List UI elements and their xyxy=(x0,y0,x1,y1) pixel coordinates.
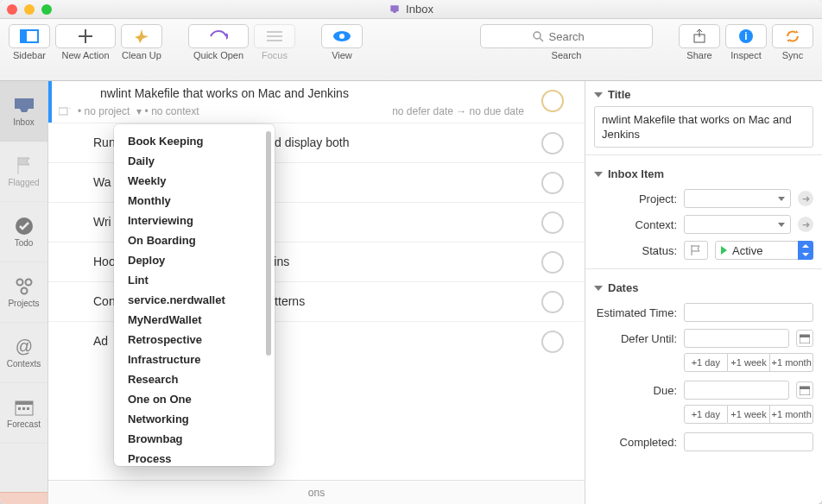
toolbar-label: New Action xyxy=(61,50,109,60)
complete-checkbox[interactable] xyxy=(541,331,564,353)
sidebar-icon xyxy=(20,29,39,43)
autocomplete-option[interactable]: Networking xyxy=(114,409,275,429)
title-field[interactable]: nwlint Makefile that works on Mac and Je… xyxy=(594,106,813,148)
estimated-time-field[interactable] xyxy=(684,303,813,322)
autocomplete-option[interactable]: MyNerdWallet xyxy=(114,310,275,330)
completed-label: Completed: xyxy=(594,436,677,449)
autocomplete-option[interactable]: Interviewing xyxy=(114,211,275,230)
no-project-label: • no project xyxy=(78,105,130,117)
toolbar-label: Inspect xyxy=(730,50,761,60)
complete-checkbox[interactable] xyxy=(541,291,564,313)
nav-flagged[interactable]: Flagged xyxy=(0,142,47,202)
context-dropdown-trigger[interactable]: ▾ • no context xyxy=(136,105,199,117)
nav-label: Forecast xyxy=(7,419,41,429)
goto-project-button[interactable]: ➜ xyxy=(798,191,813,206)
autocomplete-option[interactable]: Lint xyxy=(114,270,275,290)
quick-open-icon xyxy=(209,30,228,42)
nav-todo[interactable]: Todo xyxy=(0,202,47,262)
selected-inbox-row[interactable]: nwlint Makefile that works on Mac and Je… xyxy=(48,81,585,123)
svg-point-8 xyxy=(534,32,541,39)
sync-button[interactable] xyxy=(772,24,813,48)
view-button[interactable] xyxy=(321,24,363,48)
popover-scrollbar[interactable] xyxy=(266,131,271,390)
autocomplete-option[interactable]: Infrastructure xyxy=(114,350,275,369)
due-plus-1-week[interactable]: +1 week xyxy=(728,405,771,424)
context-select[interactable] xyxy=(684,215,791,234)
minimize-window-button[interactable] xyxy=(24,4,35,15)
autocomplete-option[interactable]: Research xyxy=(114,369,275,389)
goto-context-button[interactable]: ➜ xyxy=(798,217,813,232)
nav-inbox[interactable]: Inbox xyxy=(0,81,47,142)
due-plus-1-day[interactable]: +1 day xyxy=(684,405,728,424)
nav-stub[interactable] xyxy=(0,492,47,504)
inspect-button[interactable]: i xyxy=(725,24,767,48)
complete-checkbox[interactable] xyxy=(541,90,564,112)
section-inbox-item[interactable]: Inbox Item xyxy=(585,161,822,186)
autocomplete-option[interactable]: One on One xyxy=(114,389,275,409)
complete-checkbox[interactable] xyxy=(541,251,564,274)
search-input[interactable] xyxy=(549,30,601,43)
disclosure-triangle-icon xyxy=(594,286,603,291)
project-select[interactable] xyxy=(684,189,791,208)
due-plus-1-month[interactable]: +1 month xyxy=(770,405,813,424)
zoom-window-button[interactable] xyxy=(41,4,52,15)
autocomplete-option[interactable]: Weekly xyxy=(114,171,275,191)
flag-toggle[interactable] xyxy=(684,241,708,260)
search-field[interactable] xyxy=(480,24,653,48)
search-icon xyxy=(533,31,544,42)
add-to-project-icon[interactable]: + xyxy=(59,105,71,117)
autocomplete-option[interactable]: Book Keeping xyxy=(114,131,275,151)
defer-date-field[interactable] xyxy=(684,329,789,348)
nav-contexts[interactable]: @ Contexts xyxy=(0,323,47,383)
close-window-button[interactable] xyxy=(7,4,17,15)
defer-plus-1-week[interactable]: +1 week xyxy=(728,353,771,372)
defer-plus-1-month[interactable]: +1 month xyxy=(770,353,813,372)
clean-up-button[interactable] xyxy=(121,24,162,48)
section-dates[interactable]: Dates xyxy=(585,274,822,299)
due-quick-buttons: +1 day +1 week +1 month xyxy=(684,405,813,424)
project-label: Project: xyxy=(594,192,677,205)
autocomplete-option[interactable]: Retrospective xyxy=(114,330,275,350)
check-circle-icon xyxy=(15,217,34,236)
svg-rect-4 xyxy=(267,35,282,37)
completed-date-field[interactable] xyxy=(684,432,813,451)
calendar-small-icon xyxy=(800,385,810,395)
focus-button[interactable] xyxy=(254,24,295,48)
status-label: Status: xyxy=(594,244,677,257)
autocomplete-option[interactable]: Process xyxy=(114,449,275,466)
sidebar-toggle-button[interactable] xyxy=(9,24,50,48)
svg-rect-24 xyxy=(27,407,29,410)
svg-text:@: @ xyxy=(15,337,32,356)
autocomplete-option[interactable]: On Boarding xyxy=(114,230,275,250)
share-button[interactable] xyxy=(679,24,720,48)
new-action-button[interactable] xyxy=(55,24,116,48)
row-title: Wa xyxy=(93,175,111,189)
autocomplete-option[interactable]: Deploy xyxy=(114,250,275,270)
section-title[interactable]: Title xyxy=(585,81,822,106)
nav-projects[interactable]: Projects xyxy=(0,262,47,323)
complete-checkbox[interactable] xyxy=(541,132,564,154)
defer-plus-1-day[interactable]: +1 day xyxy=(684,353,728,372)
autocomplete-option[interactable]: Daily xyxy=(114,151,275,171)
nav-forecast[interactable]: Forecast xyxy=(0,383,47,444)
row-title: nwlint Makefile that works on Mac and Je… xyxy=(100,86,349,100)
complete-checkbox[interactable] xyxy=(541,211,564,234)
inbox-title-icon xyxy=(389,3,401,16)
svg-marker-14 xyxy=(787,40,789,42)
toolbar: Sidebar New Action Clean Up Quic xyxy=(0,19,822,81)
complete-checkbox[interactable] xyxy=(541,172,564,194)
toolbar-label: Clean Up xyxy=(122,50,161,60)
list-footer: ons xyxy=(48,480,585,504)
toolbar-label: Quick Open xyxy=(193,50,243,60)
quick-open-button[interactable] xyxy=(188,24,249,48)
perspective-sidebar: Inbox Flagged Todo Projects @ Contexts F… xyxy=(0,81,48,504)
calendar-picker-button[interactable] xyxy=(796,330,813,347)
autocomplete-option[interactable]: Brownbag xyxy=(114,429,275,449)
autocomplete-option[interactable]: Monthly xyxy=(114,191,275,211)
due-date-field[interactable] xyxy=(684,381,789,400)
calendar-picker-button[interactable] xyxy=(796,381,813,399)
svg-text:i: i xyxy=(744,30,747,42)
status-select[interactable]: Active xyxy=(715,241,813,260)
autocomplete-option[interactable]: service.nerdwallet xyxy=(114,290,275,310)
estimated-time-label: Estimated Time: xyxy=(594,306,677,319)
